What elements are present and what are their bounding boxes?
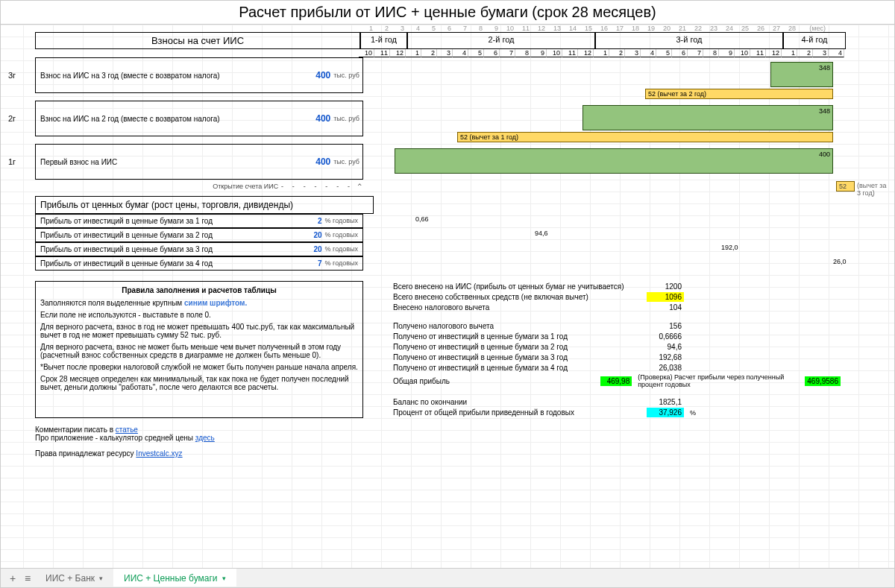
row-label-2: 2г bbox=[8, 101, 31, 136]
chevron-down-icon: ▾ bbox=[222, 575, 226, 582]
deduction-badge-3: 52 (вычет за 2 год) bbox=[645, 89, 833, 99]
row-desc-3[interactable]: Взнос на ИИС на 3 год (вместе с возврато… bbox=[35, 57, 363, 93]
profit-row-2: Прибыль от инвестиций в ценные бумаги за… bbox=[35, 228, 894, 242]
green-bar-3: 348 bbox=[770, 62, 833, 87]
comments-link[interactable]: статье bbox=[116, 426, 138, 434]
month-numbers: 101112 1234 5678 9101112 1234 5678 91011… bbox=[359, 49, 894, 57]
sheet-content: 1234 5678 9101112 13141516 17181920 2122… bbox=[1, 23, 894, 569]
year-4-label: 4-й год bbox=[783, 32, 846, 49]
profit-row-1: Прибыль от инвестиций в ценные бумаги за… bbox=[35, 214, 894, 228]
green-bar-2: 348 bbox=[582, 105, 833, 130]
profit-row-3: Прибыль от инвестиций в ценные бумаги за… bbox=[35, 242, 894, 256]
row-desc-1[interactable]: Первый взнос на ИИС 400 тыс. руб bbox=[35, 144, 363, 180]
add-sheet-button[interactable]: + bbox=[5, 572, 20, 584]
year-header: Взносы на счет ИИС 1-й год 2-й год 3-й г… bbox=[35, 32, 894, 49]
tail-badge: 52 bbox=[836, 181, 855, 192]
deduction-badge-2: 52 (вычет за 1 год) bbox=[457, 132, 833, 142]
year-3-label: 3-й год bbox=[595, 32, 783, 49]
gantt-chart-2: 348 52 (вычет за 1 год) bbox=[363, 101, 885, 136]
bottom-section: Правила заполнения и расчетов таблицы За… bbox=[35, 281, 894, 418]
year-1-label: 1-й год bbox=[360, 32, 407, 49]
gantt-row-1: 1г Первый взнос на ИИС 400 тыс. руб 400 bbox=[8, 144, 894, 180]
footer-links: Комментарии писать в статье Про приложен… bbox=[35, 426, 894, 458]
green-bar-1: 400 bbox=[395, 148, 833, 174]
all-sheets-button[interactable]: ≡ bbox=[20, 572, 35, 584]
month-ruler: 1234 5678 9101112 13141516 17181920 2122… bbox=[359, 25, 866, 32]
contributions-header: Взносы на счет ИИС bbox=[35, 32, 360, 49]
securities-profit-header: Прибыль от ценных бумаг (рост цены, торг… bbox=[35, 196, 374, 214]
gantt-row-2: 2г Взнос на ИИС на 2 год (вместе с возвр… bbox=[8, 101, 894, 136]
row-label-3: 3г bbox=[8, 57, 31, 93]
gantt-chart-3: 348 52 (вычет за 2 год) bbox=[363, 57, 885, 93]
tail-badge-note: (вычет за 3 год) bbox=[857, 182, 888, 197]
rules-box: Правила заполнения и расчетов таблицы За… bbox=[35, 281, 363, 418]
sheet-tabs: + ≡ ИИС + Банк▾ ИИС + Ценные бумаги▾ bbox=[1, 568, 894, 587]
gantt-row-3: 3г Взнос на ИИС на 3 год (вместе с возвр… bbox=[8, 57, 894, 93]
open-account-marker: Открытие счета ИИС - - - - - - - ^ 52 (в… bbox=[35, 183, 894, 190]
chevron-down-icon: ▾ bbox=[99, 575, 103, 582]
sheet-tab-securities[interactable]: ИИС + Ценные бумаги▾ bbox=[113, 569, 236, 587]
calculator-link[interactable]: здесь bbox=[195, 434, 215, 442]
spreadsheet-frame: Расчет прибыли от ИИС + ценные бумаги (с… bbox=[0, 0, 895, 588]
row-label-1: 1г bbox=[8, 144, 31, 180]
profit-row-4: Прибыль от инвестиций в ценные бумаги за… bbox=[35, 256, 894, 271]
page-title: Расчет прибыли от ИИС + ценные бумаги (с… bbox=[1, 1, 894, 25]
rights-link[interactable]: Investcalc.xyz bbox=[136, 449, 182, 458]
rules-header: Правила заполнения и расчетов таблицы bbox=[40, 286, 358, 294]
summary-box: Всего внесено на ИИС (прибыль от ценных … bbox=[393, 281, 841, 418]
row-desc-2[interactable]: Взнос на ИИС на 2 год (вместе с возврато… bbox=[35, 101, 363, 136]
sheet-tab-bank[interactable]: ИИС + Банк▾ bbox=[35, 570, 113, 587]
year-2-label: 2-й год bbox=[407, 32, 595, 49]
gantt-chart-1: 400 bbox=[363, 144, 885, 180]
